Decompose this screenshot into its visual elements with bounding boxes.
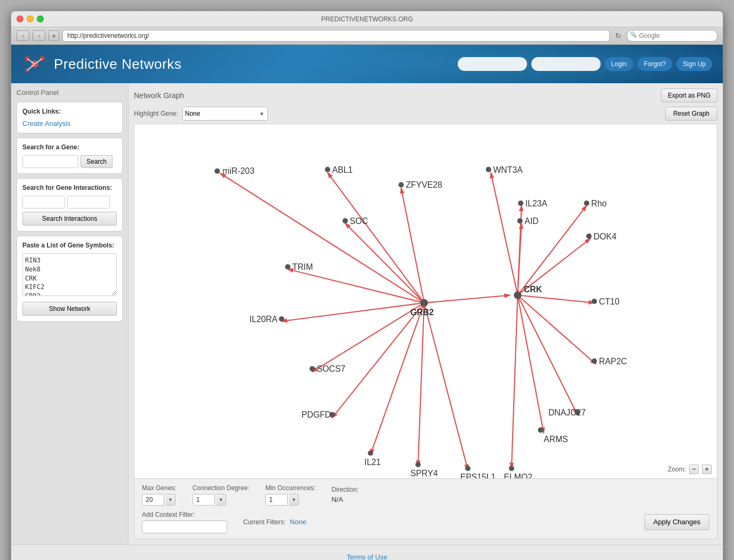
gene-symbols-section: Paste a List of Gene Symbols: RIN3 Nek8 … bbox=[17, 236, 123, 322]
gene-list-textarea[interactable]: RIN3 Nek8 CRK KIFC2 GRB2 ABL1 bbox=[22, 253, 117, 296]
highlight-gene-select[interactable]: None bbox=[182, 107, 268, 121]
signup-btn[interactable]: Sign Up bbox=[676, 57, 712, 71]
context-filter-input[interactable] bbox=[142, 521, 227, 533]
svg-point-56 bbox=[279, 316, 284, 322]
gene-search-input[interactable] bbox=[22, 155, 78, 168]
svg-text:GRB2: GRB2 bbox=[410, 308, 434, 317]
graph-header: Network Graph Export as PNG bbox=[134, 89, 717, 102]
max-genes-control: Max Genes: 20 ▼ bbox=[142, 484, 177, 506]
window-title: PREDICTIVENETWORKS.ORG bbox=[11, 15, 723, 23]
zoom-in-btn[interactable]: + bbox=[702, 465, 712, 474]
reset-graph-btn[interactable]: Reset Graph bbox=[665, 107, 717, 121]
interaction-input-2[interactable] bbox=[67, 196, 110, 209]
connection-degree-arrow[interactable]: ▼ bbox=[217, 494, 226, 506]
svg-text:miR-203: miR-203 bbox=[222, 166, 254, 175]
svg-line-17 bbox=[418, 303, 424, 466]
svg-text:CRK: CRK bbox=[524, 285, 542, 294]
min-occurrences-arrow[interactable]: ▼ bbox=[289, 494, 299, 506]
min-occurrences-dropdown[interactable]: 1 ▼ bbox=[265, 494, 315, 506]
zoom-label: Zoom: bbox=[668, 466, 686, 473]
direction-value: N/A bbox=[331, 495, 358, 503]
zoom-controls: Zoom: − + bbox=[668, 465, 712, 474]
login-btn[interactable]: Login bbox=[605, 57, 633, 71]
svg-text:Rho: Rho bbox=[591, 199, 607, 208]
forgot-btn[interactable]: Forgot? bbox=[637, 57, 672, 71]
svg-point-36 bbox=[486, 167, 491, 172]
header-right: Login Forgot? Sign Up bbox=[458, 57, 712, 71]
svg-text:DOK4: DOK4 bbox=[594, 232, 617, 241]
connection-degree-control: Connection Degree: 1 ▼ bbox=[193, 484, 250, 506]
svg-text:AID: AID bbox=[524, 217, 538, 226]
maximize-window-btn[interactable] bbox=[37, 15, 44, 22]
svg-text:RAP2C: RAP2C bbox=[599, 357, 627, 366]
search-gene-btn[interactable]: Search bbox=[81, 155, 113, 168]
svg-point-68 bbox=[538, 427, 543, 433]
svg-point-48 bbox=[285, 264, 290, 269]
search-interactions-btn[interactable]: Search Interactions bbox=[22, 212, 117, 226]
svg-line-25 bbox=[517, 295, 596, 364]
new-tab-btn[interactable]: + bbox=[49, 30, 59, 41]
graph-controls-row: Highlight Gene: None Reset Graph bbox=[134, 107, 717, 121]
header-password-input[interactable] bbox=[531, 57, 601, 71]
min-occurrences-value: 1 bbox=[265, 494, 288, 506]
svg-point-44 bbox=[517, 218, 523, 223]
interaction-inputs bbox=[22, 196, 117, 209]
min-occurrences-label: Min Occurrences: bbox=[265, 484, 315, 492]
quick-links-label: Quick Links: bbox=[22, 108, 117, 115]
browser-search-wrapper bbox=[627, 30, 717, 42]
svg-point-72 bbox=[465, 466, 470, 471]
title-bar: PREDICTIVENETWORKS.ORG bbox=[11, 15, 723, 27]
svg-point-50 bbox=[420, 299, 428, 307]
max-genes-dropdown[interactable]: 20 ▼ bbox=[142, 494, 177, 506]
gene-symbols-label: Paste a List of Gene Symbols: bbox=[22, 242, 117, 249]
network-svg-container[interactable]: miR-203 ABL1 ZFYVE28 WNT3A IL23A Rho SOC… bbox=[134, 124, 717, 479]
browser-window: PREDICTIVENETWORKS.ORG ‹ › + ↻ Predictiv… bbox=[11, 11, 723, 560]
create-analysis-link[interactable]: Create Analysis bbox=[22, 119, 70, 127]
svg-line-16 bbox=[371, 303, 425, 454]
logo-area: Predictive Networks bbox=[22, 51, 181, 77]
svg-point-60 bbox=[592, 358, 597, 364]
current-filters-label: Current Filters: bbox=[243, 518, 285, 526]
connection-degree-dropdown[interactable]: 1 ▼ bbox=[193, 494, 250, 506]
address-bar-row: ‹ › + ↻ bbox=[11, 27, 723, 45]
svg-line-12 bbox=[288, 269, 424, 303]
svg-line-14 bbox=[312, 303, 424, 372]
show-network-btn[interactable]: Show Network bbox=[22, 302, 117, 316]
svg-line-18 bbox=[424, 303, 468, 470]
zoom-out-btn[interactable]: − bbox=[689, 465, 699, 474]
svg-text:ELMO2: ELMO2 bbox=[504, 473, 533, 478]
svg-point-70 bbox=[416, 462, 421, 467]
refresh-btn[interactable]: ↻ bbox=[613, 30, 624, 41]
graph-area: Network Graph Export as PNG Highlight Ge… bbox=[129, 83, 723, 545]
forward-btn[interactable]: › bbox=[33, 30, 45, 41]
svg-line-22 bbox=[517, 223, 521, 295]
svg-text:IL23A: IL23A bbox=[525, 199, 548, 208]
minimize-window-btn[interactable] bbox=[27, 15, 34, 22]
url-input[interactable] bbox=[62, 30, 610, 42]
svg-point-58 bbox=[309, 366, 315, 371]
highlight-gene-label: Highlight Gene: bbox=[134, 110, 178, 117]
export-png-btn[interactable]: Export as PNG bbox=[661, 89, 717, 102]
panel-title: Control Panel bbox=[17, 89, 123, 97]
svg-point-32 bbox=[325, 167, 330, 172]
terms-of-use-link[interactable]: Terms of Use bbox=[347, 553, 388, 560]
max-genes-arrow[interactable]: ▼ bbox=[166, 494, 175, 506]
main-content: Control Panel Quick Links: Create Analys… bbox=[11, 83, 723, 545]
browser-search-input[interactable] bbox=[627, 30, 717, 42]
svg-text:CT10: CT10 bbox=[599, 297, 620, 306]
svg-line-24 bbox=[517, 295, 594, 302]
interaction-input-1[interactable] bbox=[22, 196, 65, 209]
network-svg: miR-203 ABL1 ZFYVE28 WNT3A IL23A Rho SOC… bbox=[134, 124, 717, 478]
search-gene-label: Search for a Gene: bbox=[22, 143, 117, 151]
window-buttons bbox=[17, 15, 44, 22]
app-footer: Terms of Use bbox=[11, 545, 723, 560]
app-header: Predictive Networks Login Forgot? Sign U… bbox=[11, 45, 723, 83]
context-filter-label: Add Context Filter: bbox=[142, 511, 227, 518]
header-username-input[interactable] bbox=[458, 57, 527, 71]
apply-changes-btn[interactable]: Apply Changes bbox=[644, 514, 709, 530]
svg-point-52 bbox=[514, 291, 521, 299]
svg-text:EPS15L1: EPS15L1 bbox=[460, 473, 496, 478]
close-window-btn[interactable] bbox=[17, 15, 23, 22]
back-btn[interactable]: ‹ bbox=[17, 30, 29, 41]
svg-point-54 bbox=[592, 299, 597, 304]
